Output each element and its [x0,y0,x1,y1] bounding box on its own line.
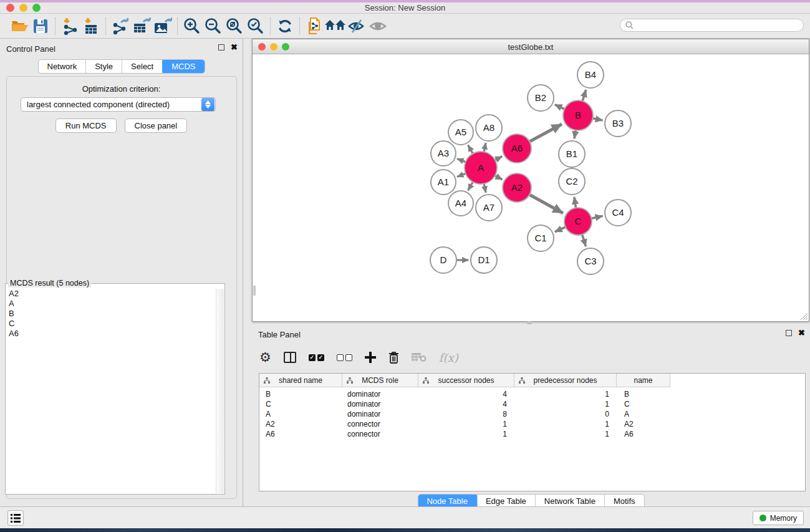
table-cell[interactable]: A2 [617,420,670,428]
table-row[interactable]: Adominator80A [259,409,805,419]
table-cell[interactable]: A2 [259,420,342,428]
search-input[interactable] [637,21,803,30]
memory-label: Memory [770,514,797,523]
zoom-fit-button[interactable] [224,16,245,36]
eye-slash-icon [347,19,366,34]
table-settings-button[interactable]: ⚙ [259,351,271,364]
delete-table-button[interactable] [412,352,427,362]
tab-edge-table[interactable]: Edge Table [477,495,536,508]
table-cell[interactable]: 1 [418,430,514,438]
column-header-MCDS-role[interactable]: MCDS role [342,374,418,387]
column-header-name[interactable]: name [617,374,670,387]
close-panel-icon[interactable]: ✖ [231,44,238,51]
float-panel-icon[interactable] [218,44,224,51]
hide-selected-button[interactable] [346,16,367,36]
table-row[interactable]: Cdominator41C [259,399,805,409]
table-cell[interactable]: connector [342,430,418,438]
float-table-panel-icon[interactable] [786,330,792,336]
result-item[interactable]: C [9,319,216,329]
save-session-button[interactable] [30,16,51,36]
import-network-button[interactable] [59,16,80,36]
toolbar-separator [55,17,55,35]
table-cell[interactable]: A [259,410,342,418]
delete-column-button[interactable] [388,351,399,364]
tab-select[interactable]: Select [122,60,163,73]
table-cell[interactable]: A6 [259,430,342,438]
search-field[interactable] [620,19,804,32]
save-icon [33,19,48,34]
zoom-selected-button[interactable] [245,16,266,36]
column-header-label: shared name [279,376,322,385]
tab-network[interactable]: Network [38,60,86,73]
show-all-button[interactable] [367,16,388,36]
table-cell[interactable]: 1 [514,430,617,438]
table-row[interactable]: Bdominator41B [259,389,805,399]
function-builder-button[interactable]: f(x) [439,351,458,364]
table-cell[interactable]: C [617,400,670,409]
tab-motifs[interactable]: Motifs [605,495,644,508]
mcds-result-list[interactable]: A2ABCA6 [6,289,216,493]
import-table-button[interactable] [80,16,102,36]
table-cell[interactable]: 1 [514,400,617,409]
zoom-out-button[interactable] [203,16,224,36]
table-row[interactable]: A6connector11A6 [259,429,805,439]
tab-mcds[interactable]: MCDS [162,59,205,74]
home-button[interactable] [325,16,346,36]
export-network-icon [111,17,130,35]
zoom-in-button[interactable] [181,16,203,36]
network-canvas[interactable]: B4B2BB3A5A8A6A3B1AA1C2A2A4A7C4CC1DD1C3 [253,55,809,321]
select-all-button[interactable]: ✓✓ [309,354,324,361]
table-cell[interactable]: 4 [418,390,514,399]
column-header-shared-name[interactable]: shared name [259,374,342,387]
result-item[interactable]: A2 [9,289,216,299]
tab-style[interactable]: Style [86,60,122,73]
table-cell[interactable]: B [617,390,670,399]
canvas-scrollbar-nub[interactable] [253,286,256,296]
table-cell[interactable]: 1 [514,420,617,428]
open-session-button[interactable] [9,16,30,36]
refresh-layout-button[interactable] [274,16,296,36]
table-cell[interactable]: 8 [418,410,514,418]
node-label: A3 [438,148,449,158]
node-label: A2 [511,182,523,193]
import-network-icon [61,17,79,35]
control-panel-title: Control Panel [6,44,55,54]
table-cell[interactable]: dominator [342,410,418,418]
task-history-button[interactable] [7,510,24,526]
column-header-predecessor-nodes[interactable]: predecessor nodes [514,374,617,387]
resize-grip-icon[interactable] [800,312,808,321]
close-table-panel-icon[interactable]: ✖ [798,330,805,336]
table-cell[interactable]: 1 [418,420,514,428]
export-table-button[interactable] [131,16,152,36]
table-cell[interactable]: dominator [342,400,418,409]
table-cell[interactable]: 0 [514,410,617,418]
table-cell[interactable]: dominator [342,390,418,399]
criterion-select[interactable]: largest connected component (directed) [21,97,216,112]
table-cell[interactable]: A6 [617,430,670,438]
deselect-all-button[interactable] [337,354,352,361]
node-label: B4 [585,69,596,80]
add-column-button[interactable] [365,352,376,363]
run-mcds-button[interactable]: Run MCDS [55,118,117,133]
result-scrollbar[interactable] [216,289,224,493]
table-row[interactable]: A2connector11A2 [259,419,805,429]
result-item[interactable]: B [9,309,216,319]
table-cell[interactable]: connector [342,420,418,428]
show-columns-button[interactable] [284,352,296,363]
tab-network-table[interactable]: Network Table [536,495,605,508]
result-item[interactable]: A [9,299,216,309]
close-panel-button[interactable]: Close panel [125,118,188,133]
result-item[interactable]: A6 [9,329,216,339]
export-network-button[interactable] [110,16,131,36]
table-cell[interactable]: 1 [514,390,617,399]
table-cell[interactable]: B [259,390,342,399]
memory-button[interactable]: Memory [753,511,804,525]
table-cell[interactable]: C [259,400,342,409]
node-label: A4 [455,198,466,208]
column-header-successor-nodes[interactable]: successor nodes [418,374,514,387]
table-cell[interactable]: A [617,410,670,418]
export-image-button[interactable] [152,16,173,36]
table-cell[interactable]: 4 [418,400,514,409]
control-tabs: NetworkStyleSelectMCDS [37,59,205,74]
clone-network-button[interactable] [304,16,325,36]
